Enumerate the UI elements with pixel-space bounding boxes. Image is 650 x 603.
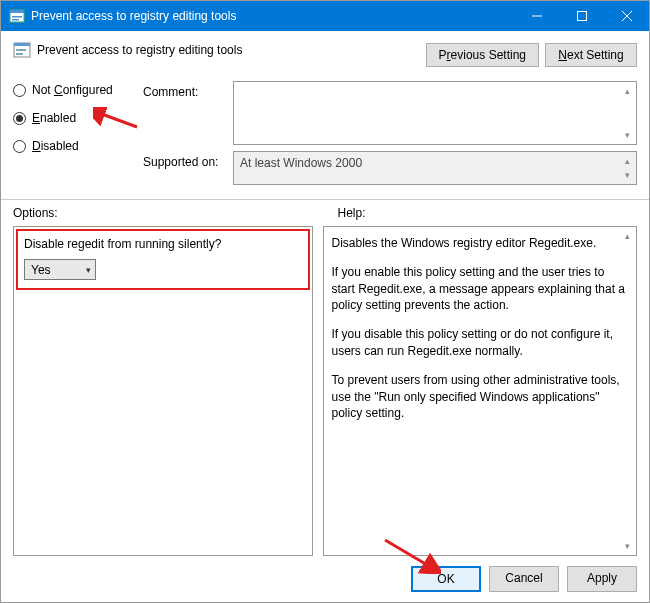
policy-icon bbox=[13, 41, 31, 59]
svg-rect-10 bbox=[16, 49, 26, 51]
radio-label: Disabled bbox=[32, 139, 79, 153]
comment-label: Comment: bbox=[143, 81, 233, 99]
option-question-label: Disable regedit from running silently? bbox=[24, 237, 302, 251]
policy-dialog: Prevent access to registry editing tools bbox=[0, 0, 650, 603]
radio-icon bbox=[13, 112, 26, 125]
scroll-up-icon[interactable]: ▴ bbox=[620, 154, 634, 168]
scroll-up-icon[interactable]: ▴ bbox=[620, 229, 634, 243]
dialog-footer: OK Cancel Apply bbox=[1, 556, 649, 602]
supported-on-value: At least Windows 2000 bbox=[240, 156, 362, 170]
svg-rect-11 bbox=[16, 53, 23, 55]
options-panel: Disable regedit from running silently? Y… bbox=[13, 226, 313, 556]
ok-button[interactable]: OK bbox=[411, 566, 481, 592]
options-heading: Options: bbox=[13, 206, 337, 220]
radio-disabled[interactable]: Disabled bbox=[13, 139, 143, 153]
policy-title: Prevent access to registry editing tools bbox=[37, 43, 242, 57]
window-title: Prevent access to registry editing tools bbox=[31, 9, 514, 23]
svg-rect-9 bbox=[14, 43, 30, 46]
next-setting-button[interactable]: Next Setting bbox=[545, 43, 637, 67]
minimize-button[interactable] bbox=[514, 1, 559, 31]
previous-setting-button[interactable]: Previous Setting bbox=[426, 43, 539, 67]
app-icon bbox=[9, 8, 25, 24]
help-heading: Help: bbox=[337, 206, 637, 220]
radio-icon bbox=[13, 140, 26, 153]
divider bbox=[1, 199, 649, 200]
maximize-button[interactable] bbox=[559, 1, 604, 31]
scroll-down-icon[interactable]: ▾ bbox=[620, 128, 634, 142]
dropdown-value: Yes bbox=[31, 263, 51, 277]
scroll-down-icon[interactable]: ▾ bbox=[620, 539, 634, 553]
supported-on-field: At least Windows 2000 ▴ ▾ bbox=[233, 151, 637, 185]
option-dropdown[interactable]: Yes ▾ bbox=[24, 259, 96, 280]
titlebar[interactable]: Prevent access to registry editing tools bbox=[1, 1, 649, 31]
svg-rect-3 bbox=[12, 19, 19, 21]
svg-rect-2 bbox=[12, 16, 22, 18]
cancel-button[interactable]: Cancel bbox=[489, 566, 559, 592]
radio-label: Not Configured bbox=[32, 83, 113, 97]
apply-button[interactable]: Apply bbox=[567, 566, 637, 592]
comment-textarea[interactable]: ▴ ▾ bbox=[233, 81, 637, 145]
supported-on-label: Supported on: bbox=[143, 151, 233, 169]
svg-rect-1 bbox=[10, 10, 24, 13]
radio-label: Enabled bbox=[32, 111, 76, 125]
radio-icon bbox=[13, 84, 26, 97]
radio-not-configured[interactable]: Not Configured bbox=[13, 83, 143, 97]
annotation-highlight: Disable regedit from running silently? Y… bbox=[16, 229, 310, 290]
scroll-up-icon[interactable]: ▴ bbox=[620, 84, 634, 98]
close-button[interactable] bbox=[604, 1, 649, 31]
help-text: Disables the Windows registry editor Reg… bbox=[332, 235, 628, 422]
scroll-down-icon[interactable]: ▾ bbox=[620, 168, 634, 182]
help-panel: Disables the Windows registry editor Reg… bbox=[323, 226, 637, 556]
chevron-down-icon: ▾ bbox=[86, 265, 91, 275]
radio-enabled[interactable]: Enabled bbox=[13, 111, 143, 125]
svg-rect-5 bbox=[577, 12, 586, 21]
